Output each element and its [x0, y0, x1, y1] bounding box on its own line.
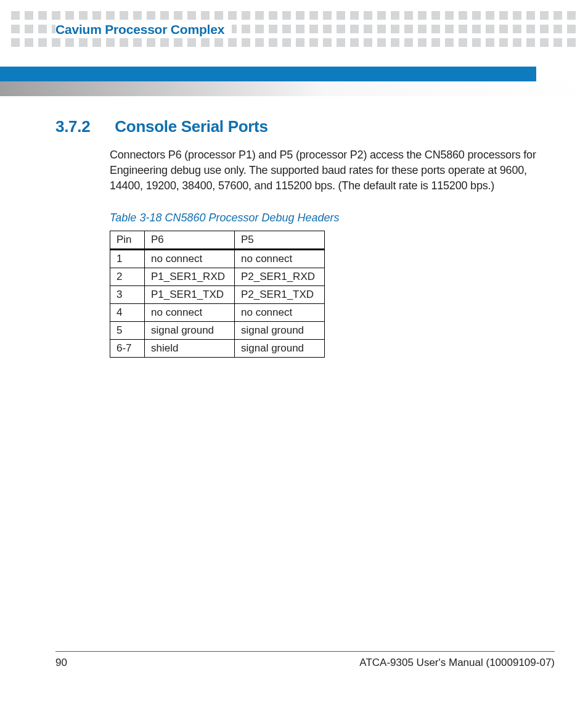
table-cell: 3 — [110, 285, 145, 303]
table-cell: no connect — [235, 249, 325, 268]
table-cell: no connect — [145, 303, 235, 321]
table-cell: signal ground — [145, 321, 235, 339]
table-header-cell: P6 — [145, 231, 235, 249]
table-row: 5signal groundsignal ground — [110, 321, 325, 339]
table-cell: 4 — [110, 303, 145, 321]
table-cell: 2 — [110, 268, 145, 285]
table-row: 6-7shieldsignal ground — [110, 339, 325, 357]
table-row: 3P1_SER1_TXDP2_SER1_TXD — [110, 285, 325, 303]
header-blue-bar — [0, 67, 536, 81]
table-cell: P1_SER1_RXD — [145, 268, 235, 285]
chapter-title-wrap: Cavium Processor Complex — [55, 22, 232, 37]
table-cell: P1_SER1_TXD — [145, 285, 235, 303]
table-header-cell: Pin — [110, 231, 145, 249]
debug-headers-table: Pin P6 P5 1no connectno connect2P1_SER1_… — [110, 231, 325, 358]
table-cell: P2_SER1_RXD — [235, 268, 325, 285]
table-cell: shield — [145, 339, 235, 357]
chapter-title: Cavium Processor Complex — [55, 22, 224, 36]
table-cell: 6-7 — [110, 339, 145, 357]
page-number: 90 — [55, 657, 67, 669]
table-cell: P2_SER1_TXD — [235, 285, 325, 303]
table-row: 4no connectno connect — [110, 303, 325, 321]
table-header-row: Pin P6 P5 — [110, 231, 325, 249]
section-title: Console Serial Ports — [115, 117, 267, 136]
table-row: 1no connectno connect — [110, 249, 325, 268]
table-cell: signal ground — [235, 321, 325, 339]
section-heading: 3.7.2 Console Serial Ports — [55, 117, 536, 136]
table-cell: no connect — [235, 303, 325, 321]
table-header-cell: P5 — [235, 231, 325, 249]
section-paragraph: Connectors P6 (processor P1) and P5 (pro… — [110, 147, 536, 194]
page-content: 3.7.2 Console Serial Ports Connectors P6… — [55, 117, 536, 358]
table-cell: no connect — [145, 249, 235, 268]
table-caption: Table 3-18 CN5860 Processor Debug Header… — [110, 211, 536, 224]
table-cell: 5 — [110, 321, 145, 339]
table-cell: signal ground — [235, 339, 325, 357]
doc-title: ATCA-9305 User's Manual (10009109-07) — [359, 657, 555, 669]
page-footer: 90 ATCA-9305 User's Manual (10009109-07) — [55, 651, 555, 669]
table-row: 2P1_SER1_RXDP2_SER1_RXD — [110, 268, 325, 285]
header-fade-bar — [0, 81, 588, 96]
section-number: 3.7.2 — [55, 117, 90, 136]
table-cell: 1 — [110, 249, 145, 268]
